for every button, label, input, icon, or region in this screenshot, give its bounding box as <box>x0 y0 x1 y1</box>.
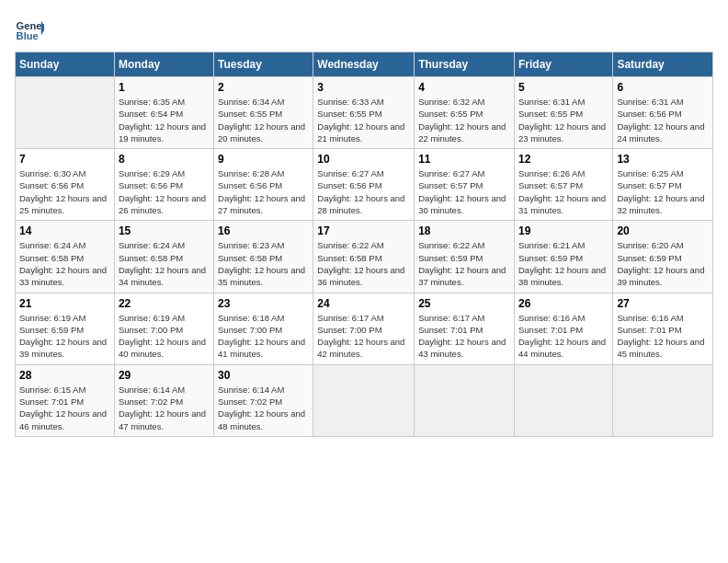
day-cell: 17 Sunrise: 6:22 AM Sunset: 6:58 PM Dayl… <box>313 221 415 293</box>
calendar-table: SundayMondayTuesdayWednesdayThursdayFrid… <box>15 52 713 437</box>
week-row-1: 1 Sunrise: 6:35 AM Sunset: 6:54 PM Dayli… <box>16 77 713 149</box>
day-cell: 10 Sunrise: 6:27 AM Sunset: 6:56 PM Dayl… <box>313 149 415 221</box>
day-info: Sunrise: 6:28 AM Sunset: 6:56 PM Dayligh… <box>218 167 309 216</box>
day-info: Sunrise: 6:15 AM Sunset: 7:01 PM Dayligh… <box>19 384 110 432</box>
day-cell: 2 Sunrise: 6:34 AM Sunset: 6:55 PM Dayli… <box>214 77 313 149</box>
header-cell-sunday: Sunday <box>16 52 115 77</box>
day-number: 26 <box>518 297 609 310</box>
day-cell: 24 Sunrise: 6:17 AM Sunset: 7:00 PM Dayl… <box>313 293 415 364</box>
day-number: 3 <box>317 81 410 94</box>
day-info: Sunrise: 6:22 AM Sunset: 6:58 PM Dayligh… <box>317 239 410 288</box>
day-info: Sunrise: 6:34 AM Sunset: 6:55 PM Dayligh… <box>218 96 309 144</box>
day-info: Sunrise: 6:19 AM Sunset: 6:59 PM Dayligh… <box>19 312 110 361</box>
day-number: 18 <box>418 224 510 237</box>
day-number: 7 <box>19 153 110 166</box>
day-info: Sunrise: 6:19 AM Sunset: 7:00 PM Dayligh… <box>119 312 210 361</box>
day-cell: 28 Sunrise: 6:15 AM Sunset: 7:01 PM Dayl… <box>16 364 115 436</box>
header-row: SundayMondayTuesdayWednesdayThursdayFrid… <box>16 52 713 77</box>
day-cell: 5 Sunrise: 6:31 AM Sunset: 6:55 PM Dayli… <box>514 77 612 149</box>
day-number: 24 <box>317 297 410 310</box>
day-cell: 13 Sunrise: 6:25 AM Sunset: 6:57 PM Dayl… <box>613 149 713 221</box>
day-number: 16 <box>218 224 309 237</box>
day-cell <box>415 364 515 436</box>
day-info: Sunrise: 6:14 AM Sunset: 7:02 PM Dayligh… <box>119 384 210 432</box>
day-info: Sunrise: 6:27 AM Sunset: 6:56 PM Dayligh… <box>317 167 410 216</box>
day-cell: 18 Sunrise: 6:22 AM Sunset: 6:59 PM Dayl… <box>415 221 515 293</box>
page-header: General Blue <box>15 15 713 44</box>
day-info: Sunrise: 6:20 AM Sunset: 6:59 PM Dayligh… <box>617 239 709 288</box>
day-cell: 26 Sunrise: 6:16 AM Sunset: 7:01 PM Dayl… <box>514 293 612 364</box>
day-info: Sunrise: 6:27 AM Sunset: 6:57 PM Dayligh… <box>418 167 510 216</box>
day-cell: 15 Sunrise: 6:24 AM Sunset: 6:58 PM Dayl… <box>114 221 213 293</box>
day-number: 8 <box>119 153 210 166</box>
day-cell: 12 Sunrise: 6:26 AM Sunset: 6:57 PM Dayl… <box>514 149 612 221</box>
day-info: Sunrise: 6:35 AM Sunset: 6:54 PM Dayligh… <box>119 96 210 144</box>
day-cell <box>313 364 415 436</box>
day-cell: 16 Sunrise: 6:23 AM Sunset: 6:58 PM Dayl… <box>214 221 313 293</box>
day-info: Sunrise: 6:31 AM Sunset: 6:56 PM Dayligh… <box>617 96 709 144</box>
day-cell <box>16 77 115 149</box>
logo: General Blue <box>15 15 48 44</box>
day-number: 5 <box>518 81 609 94</box>
day-number: 29 <box>119 369 210 382</box>
day-number: 1 <box>119 81 210 94</box>
day-info: Sunrise: 6:17 AM Sunset: 7:00 PM Dayligh… <box>317 312 410 361</box>
day-info: Sunrise: 6:25 AM Sunset: 6:57 PM Dayligh… <box>617 167 709 216</box>
header-cell-wednesday: Wednesday <box>313 52 415 77</box>
week-row-2: 7 Sunrise: 6:30 AM Sunset: 6:56 PM Dayli… <box>16 149 713 221</box>
day-info: Sunrise: 6:17 AM Sunset: 7:01 PM Dayligh… <box>418 312 510 361</box>
day-info: Sunrise: 6:21 AM Sunset: 6:59 PM Dayligh… <box>518 239 609 288</box>
day-number: 22 <box>119 297 210 310</box>
svg-text:Blue: Blue <box>17 30 39 41</box>
day-info: Sunrise: 6:22 AM Sunset: 6:59 PM Dayligh… <box>418 239 510 288</box>
header-cell-tuesday: Tuesday <box>214 52 313 77</box>
day-cell: 25 Sunrise: 6:17 AM Sunset: 7:01 PM Dayl… <box>415 293 515 364</box>
day-info: Sunrise: 6:16 AM Sunset: 7:01 PM Dayligh… <box>518 312 609 361</box>
day-info: Sunrise: 6:33 AM Sunset: 6:55 PM Dayligh… <box>317 96 410 144</box>
day-cell: 30 Sunrise: 6:14 AM Sunset: 7:02 PM Dayl… <box>214 364 313 436</box>
day-number: 21 <box>19 297 110 310</box>
day-info: Sunrise: 6:23 AM Sunset: 6:58 PM Dayligh… <box>218 239 309 288</box>
day-number: 17 <box>317 224 410 237</box>
day-number: 6 <box>617 81 709 94</box>
day-cell: 21 Sunrise: 6:19 AM Sunset: 6:59 PM Dayl… <box>16 293 115 364</box>
day-cell: 23 Sunrise: 6:18 AM Sunset: 7:00 PM Dayl… <box>214 293 313 364</box>
header-cell-thursday: Thursday <box>415 52 515 77</box>
day-number: 19 <box>518 224 609 237</box>
day-info: Sunrise: 6:24 AM Sunset: 6:58 PM Dayligh… <box>19 239 110 288</box>
day-cell <box>613 364 713 436</box>
day-info: Sunrise: 6:14 AM Sunset: 7:02 PM Dayligh… <box>218 384 309 432</box>
day-number: 4 <box>418 81 510 94</box>
day-number: 10 <box>317 153 410 166</box>
day-cell: 22 Sunrise: 6:19 AM Sunset: 7:00 PM Dayl… <box>114 293 213 364</box>
day-cell <box>514 364 612 436</box>
week-row-5: 28 Sunrise: 6:15 AM Sunset: 7:01 PM Dayl… <box>16 364 713 436</box>
day-info: Sunrise: 6:32 AM Sunset: 6:55 PM Dayligh… <box>418 96 510 144</box>
day-cell: 1 Sunrise: 6:35 AM Sunset: 6:54 PM Dayli… <box>114 77 213 149</box>
day-cell: 9 Sunrise: 6:28 AM Sunset: 6:56 PM Dayli… <box>214 149 313 221</box>
day-number: 12 <box>518 153 609 166</box>
day-info: Sunrise: 6:31 AM Sunset: 6:55 PM Dayligh… <box>518 96 609 144</box>
day-number: 13 <box>617 153 709 166</box>
day-cell: 29 Sunrise: 6:14 AM Sunset: 7:02 PM Dayl… <box>114 364 213 436</box>
day-cell: 11 Sunrise: 6:27 AM Sunset: 6:57 PM Dayl… <box>415 149 515 221</box>
day-number: 11 <box>418 153 510 166</box>
day-cell: 3 Sunrise: 6:33 AM Sunset: 6:55 PM Dayli… <box>313 77 415 149</box>
day-info: Sunrise: 6:29 AM Sunset: 6:56 PM Dayligh… <box>119 167 210 216</box>
day-number: 25 <box>418 297 510 310</box>
header-cell-saturday: Saturday <box>613 52 713 77</box>
day-number: 28 <box>19 369 110 382</box>
svg-text:General: General <box>17 20 44 31</box>
day-number: 9 <box>218 153 309 166</box>
day-cell: 4 Sunrise: 6:32 AM Sunset: 6:55 PM Dayli… <box>415 77 515 149</box>
day-cell: 6 Sunrise: 6:31 AM Sunset: 6:56 PM Dayli… <box>613 77 713 149</box>
day-cell: 27 Sunrise: 6:16 AM Sunset: 7:01 PM Dayl… <box>613 293 713 364</box>
day-number: 23 <box>218 297 309 310</box>
day-number: 2 <box>218 81 309 94</box>
day-info: Sunrise: 6:26 AM Sunset: 6:57 PM Dayligh… <box>518 167 609 216</box>
day-number: 14 <box>19 224 110 237</box>
day-info: Sunrise: 6:24 AM Sunset: 6:58 PM Dayligh… <box>119 239 210 288</box>
day-number: 15 <box>119 224 210 237</box>
week-row-3: 14 Sunrise: 6:24 AM Sunset: 6:58 PM Dayl… <box>16 221 713 293</box>
day-number: 27 <box>617 297 709 310</box>
